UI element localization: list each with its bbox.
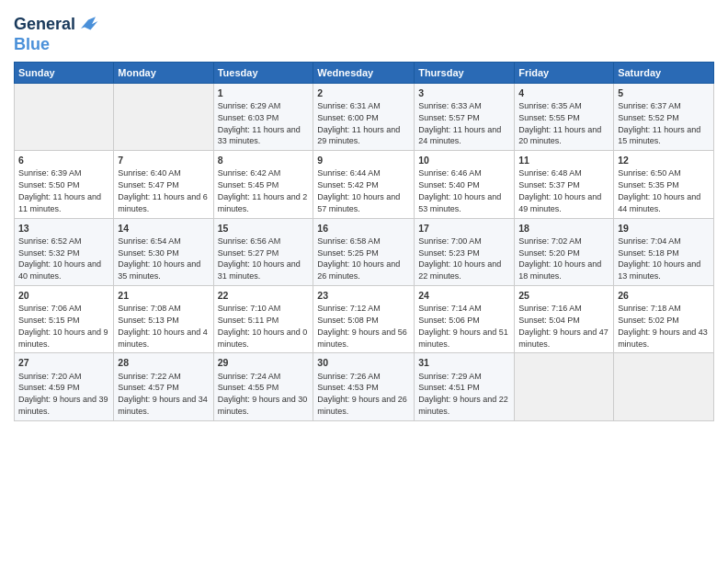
calendar-week-row: 27Sunrise: 7:20 AM Sunset: 4:59 PM Dayli…	[15, 353, 714, 420]
day-detail: Sunrise: 7:06 AM Sunset: 5:15 PM Dayligh…	[18, 304, 108, 348]
day-number: 28	[118, 356, 209, 369]
day-number: 19	[618, 222, 710, 235]
calendar-week-row: 20Sunrise: 7:06 AM Sunset: 5:15 PM Dayli…	[15, 286, 714, 353]
day-number: 12	[618, 154, 710, 167]
logo-blue-text: Blue	[14, 36, 99, 54]
weekday-header-friday: Friday	[515, 62, 614, 83]
day-detail: Sunrise: 6:31 AM Sunset: 6:00 PM Dayligh…	[317, 101, 400, 145]
day-number: 29	[218, 356, 310, 369]
day-detail: Sunrise: 6:37 AM Sunset: 5:52 PM Dayligh…	[618, 101, 700, 145]
day-number: 8	[218, 154, 310, 167]
calendar-cell: 18Sunrise: 7:02 AM Sunset: 5:20 PM Dayli…	[515, 218, 614, 285]
day-detail: Sunrise: 7:22 AM Sunset: 4:57 PM Dayligh…	[118, 372, 208, 416]
day-number: 7	[118, 154, 209, 167]
day-detail: Sunrise: 7:00 AM Sunset: 5:23 PM Dayligh…	[418, 236, 501, 281]
calendar-cell: 27Sunrise: 7:20 AM Sunset: 4:59 PM Dayli…	[15, 353, 114, 420]
calendar-cell: 8Sunrise: 6:42 AM Sunset: 5:45 PM Daylig…	[213, 151, 313, 218]
day-number: 15	[218, 222, 310, 235]
day-number: 14	[118, 222, 209, 235]
day-number: 23	[317, 289, 410, 302]
day-detail: Sunrise: 6:44 AM Sunset: 5:42 PM Dayligh…	[317, 168, 400, 213]
calendar-week-row: 1Sunrise: 6:29 AM Sunset: 6:03 PM Daylig…	[15, 83, 714, 150]
calendar-cell: 23Sunrise: 7:12 AM Sunset: 5:08 PM Dayli…	[313, 286, 415, 353]
day-detail: Sunrise: 7:12 AM Sunset: 5:08 PM Dayligh…	[317, 304, 407, 348]
day-number: 5	[618, 86, 710, 99]
day-number: 31	[418, 356, 510, 369]
day-detail: Sunrise: 7:08 AM Sunset: 5:13 PM Dayligh…	[118, 304, 208, 348]
day-number: 4	[518, 86, 609, 99]
day-number: 30	[317, 356, 410, 369]
day-detail: Sunrise: 7:18 AM Sunset: 5:02 PM Dayligh…	[618, 304, 708, 348]
weekday-header-saturday: Saturday	[614, 62, 714, 83]
calendar-cell: 21Sunrise: 7:08 AM Sunset: 5:13 PM Dayli…	[114, 286, 213, 353]
day-detail: Sunrise: 7:26 AM Sunset: 4:53 PM Dayligh…	[317, 372, 407, 416]
day-number: 3	[418, 86, 510, 99]
svg-marker-0	[81, 17, 97, 29]
day-number: 16	[317, 222, 410, 235]
day-number: 21	[118, 289, 209, 302]
day-detail: Sunrise: 7:02 AM Sunset: 5:20 PM Dayligh…	[518, 236, 601, 281]
day-number: 13	[18, 222, 109, 235]
day-detail: Sunrise: 7:29 AM Sunset: 4:51 PM Dayligh…	[418, 372, 508, 416]
calendar-cell: 12Sunrise: 6:50 AM Sunset: 5:35 PM Dayli…	[614, 151, 714, 218]
calendar-cell: 7Sunrise: 6:40 AM Sunset: 5:47 PM Daylig…	[114, 151, 213, 218]
logo: General Blue	[14, 14, 99, 54]
calendar-cell: 19Sunrise: 7:04 AM Sunset: 5:18 PM Dayli…	[614, 218, 714, 285]
calendar-table: SundayMondayTuesdayWednesdayThursdayFrid…	[14, 62, 714, 421]
calendar-cell: 3Sunrise: 6:33 AM Sunset: 5:57 PM Daylig…	[415, 83, 515, 150]
day-number: 18	[518, 222, 609, 235]
calendar-cell	[614, 353, 714, 420]
day-detail: Sunrise: 6:50 AM Sunset: 5:35 PM Dayligh…	[618, 168, 700, 213]
day-detail: Sunrise: 6:39 AM Sunset: 5:50 PM Dayligh…	[18, 168, 101, 213]
day-number: 6	[18, 154, 109, 167]
weekday-header-wednesday: Wednesday	[313, 62, 415, 83]
calendar-cell: 5Sunrise: 6:37 AM Sunset: 5:52 PM Daylig…	[614, 83, 714, 150]
day-detail: Sunrise: 6:48 AM Sunset: 5:37 PM Dayligh…	[518, 168, 601, 213]
calendar-cell: 30Sunrise: 7:26 AM Sunset: 4:53 PM Dayli…	[313, 353, 415, 420]
day-detail: Sunrise: 6:33 AM Sunset: 5:57 PM Dayligh…	[418, 101, 501, 145]
calendar-cell: 16Sunrise: 6:58 AM Sunset: 5:25 PM Dayli…	[313, 218, 415, 285]
weekday-header-tuesday: Tuesday	[213, 62, 313, 83]
day-detail: Sunrise: 6:46 AM Sunset: 5:40 PM Dayligh…	[418, 168, 501, 213]
day-detail: Sunrise: 6:35 AM Sunset: 5:55 PM Dayligh…	[518, 101, 601, 145]
day-number: 25	[518, 289, 609, 302]
calendar-cell	[114, 83, 213, 150]
day-number: 17	[418, 222, 510, 235]
weekday-header-thursday: Thursday	[415, 62, 515, 83]
day-detail: Sunrise: 6:54 AM Sunset: 5:30 PM Dayligh…	[118, 236, 200, 281]
calendar-cell: 17Sunrise: 7:00 AM Sunset: 5:23 PM Dayli…	[415, 218, 515, 285]
calendar-cell: 9Sunrise: 6:44 AM Sunset: 5:42 PM Daylig…	[313, 151, 415, 218]
weekday-header-row: SundayMondayTuesdayWednesdayThursdayFrid…	[15, 62, 714, 83]
calendar-cell: 1Sunrise: 6:29 AM Sunset: 6:03 PM Daylig…	[213, 83, 313, 150]
logo-bird-icon	[77, 14, 99, 36]
day-number: 9	[317, 154, 410, 167]
day-detail: Sunrise: 7:10 AM Sunset: 5:11 PM Dayligh…	[218, 304, 308, 348]
day-detail: Sunrise: 6:29 AM Sunset: 6:03 PM Dayligh…	[218, 101, 301, 145]
day-detail: Sunrise: 7:24 AM Sunset: 4:55 PM Dayligh…	[218, 372, 308, 416]
header: General Blue	[14, 9, 714, 54]
day-detail: Sunrise: 7:16 AM Sunset: 5:04 PM Dayligh…	[518, 304, 609, 348]
day-number: 20	[18, 289, 109, 302]
logo-text: General	[14, 16, 75, 34]
calendar-cell: 22Sunrise: 7:10 AM Sunset: 5:11 PM Dayli…	[213, 286, 313, 353]
day-number: 24	[418, 289, 510, 302]
day-number: 11	[518, 154, 609, 167]
calendar-week-row: 6Sunrise: 6:39 AM Sunset: 5:50 PM Daylig…	[15, 151, 714, 218]
calendar-cell: 20Sunrise: 7:06 AM Sunset: 5:15 PM Dayli…	[15, 286, 114, 353]
calendar-cell: 10Sunrise: 6:46 AM Sunset: 5:40 PM Dayli…	[415, 151, 515, 218]
day-detail: Sunrise: 6:40 AM Sunset: 5:47 PM Dayligh…	[118, 168, 208, 213]
calendar-cell: 29Sunrise: 7:24 AM Sunset: 4:55 PM Dayli…	[213, 353, 313, 420]
day-detail: Sunrise: 6:56 AM Sunset: 5:27 PM Dayligh…	[218, 236, 301, 281]
day-detail: Sunrise: 6:42 AM Sunset: 5:45 PM Dayligh…	[218, 168, 308, 213]
calendar-cell: 31Sunrise: 7:29 AM Sunset: 4:51 PM Dayli…	[415, 353, 515, 420]
day-number: 26	[618, 289, 710, 302]
calendar-cell: 24Sunrise: 7:14 AM Sunset: 5:06 PM Dayli…	[415, 286, 515, 353]
calendar-cell: 2Sunrise: 6:31 AM Sunset: 6:00 PM Daylig…	[313, 83, 415, 150]
calendar-cell: 4Sunrise: 6:35 AM Sunset: 5:55 PM Daylig…	[515, 83, 614, 150]
weekday-header-sunday: Sunday	[15, 62, 114, 83]
calendar-cell: 25Sunrise: 7:16 AM Sunset: 5:04 PM Dayli…	[515, 286, 614, 353]
calendar-cell: 6Sunrise: 6:39 AM Sunset: 5:50 PM Daylig…	[15, 151, 114, 218]
day-number: 22	[218, 289, 310, 302]
calendar-cell: 11Sunrise: 6:48 AM Sunset: 5:37 PM Dayli…	[515, 151, 614, 218]
day-number: 27	[18, 356, 109, 369]
